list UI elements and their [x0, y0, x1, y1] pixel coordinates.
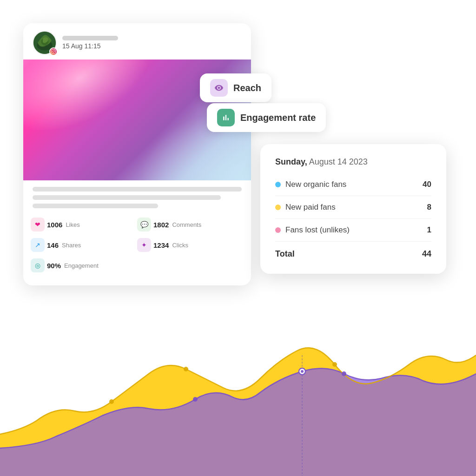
stat-shares: ↗ 146 Shares — [31, 236, 137, 254]
post-meta: 15 Aug 11:15 — [62, 36, 118, 50]
tooltip-date-text: August 14 2023 — [309, 157, 368, 166]
avatar — [33, 31, 57, 55]
paid-dot — [275, 205, 281, 210]
paid-value: 8 — [427, 203, 431, 212]
comments-icon: 💬 — [137, 218, 151, 231]
reach-pill[interactable]: Reach — [200, 73, 271, 102]
svg-point-7 — [301, 370, 304, 373]
comments-count: 1802 — [153, 221, 169, 229]
lost-label: Fans lost (unlikes) — [285, 225, 350, 235]
stat-clicks: ✦ 1234 Clicks — [137, 236, 244, 254]
clicks-icon: ✦ — [137, 238, 151, 252]
engagement-rate-icon — [217, 109, 235, 126]
tooltip-day: Sunday, — [275, 157, 307, 166]
tooltip-row-paid: New paid fans 8 — [275, 199, 431, 216]
username-placeholder — [62, 36, 118, 40]
reach-icon — [210, 79, 228, 97]
engagement-icon: ◎ — [31, 258, 45, 272]
divider-3 — [275, 241, 431, 242]
likes-label: Likes — [66, 221, 79, 228]
svg-point-1 — [184, 367, 188, 371]
stat-engagement: ◎ 90% Engagement — [31, 257, 137, 274]
divider-2 — [275, 218, 431, 219]
lost-dot — [275, 227, 281, 233]
clicks-count: 1234 — [153, 241, 169, 249]
divider-1 — [275, 196, 431, 196]
tooltip-row-lost: Fans lost (unlikes) 1 — [275, 222, 431, 238]
post-caption-lines — [23, 180, 251, 212]
shares-label: Shares — [62, 242, 81, 249]
clicks-label: Clicks — [172, 242, 188, 249]
caption-line-3 — [33, 204, 158, 208]
tooltip-row-organic: New organic fans 40 — [275, 176, 431, 193]
post-stats: ❤ 1006 Likes 💬 1802 Comments ↗ 146 Share… — [23, 212, 251, 276]
svg-point-3 — [193, 397, 198, 402]
instagram-badge — [49, 47, 58, 56]
engagement-rate-label: Engagement rate — [240, 112, 316, 123]
svg-point-0 — [109, 399, 114, 404]
post-card: 15 Aug 11:15 ❤ 1006 Likes 💬 1802 Comment… — [23, 23, 251, 285]
likes-count: 1006 — [47, 221, 62, 229]
organic-label: New organic fans — [285, 180, 346, 189]
total-label: Total — [275, 249, 295, 259]
comments-label: Comments — [172, 221, 201, 228]
post-timestamp: 15 Aug 11:15 — [62, 42, 118, 50]
engagement-rate-pill[interactable]: Engagement rate — [207, 103, 326, 132]
tooltip-total: Total 44 — [275, 245, 431, 261]
svg-point-2 — [332, 362, 337, 367]
organic-dot — [275, 182, 281, 187]
total-value: 44 — [422, 249, 431, 259]
chart-area — [0, 327, 476, 476]
stat-likes: ❤ 1006 Likes — [31, 216, 137, 233]
shares-icon: ↗ — [31, 238, 45, 252]
post-header: 15 Aug 11:15 — [23, 23, 251, 60]
caption-line-2 — [33, 195, 221, 200]
tooltip-card: Sunday, August 14 2023 New organic fans … — [260, 144, 446, 274]
shares-count: 146 — [47, 241, 59, 249]
reach-label: Reach — [233, 83, 261, 93]
scene: 15 Aug 11:15 ❤ 1006 Likes 💬 1802 Comment… — [0, 0, 476, 476]
lost-value: 1 — [427, 225, 431, 235]
likes-icon: ❤ — [31, 218, 45, 231]
stat-comments: 💬 1802 Comments — [137, 216, 244, 233]
paid-label: New paid fans — [285, 203, 336, 212]
caption-line-1 — [33, 187, 242, 192]
engagement-count: 90% — [47, 262, 61, 270]
tooltip-date: Sunday, August 14 2023 — [275, 157, 431, 167]
svg-point-4 — [342, 371, 346, 376]
engagement-label: Engagement — [64, 262, 99, 269]
organic-value: 40 — [423, 180, 431, 189]
